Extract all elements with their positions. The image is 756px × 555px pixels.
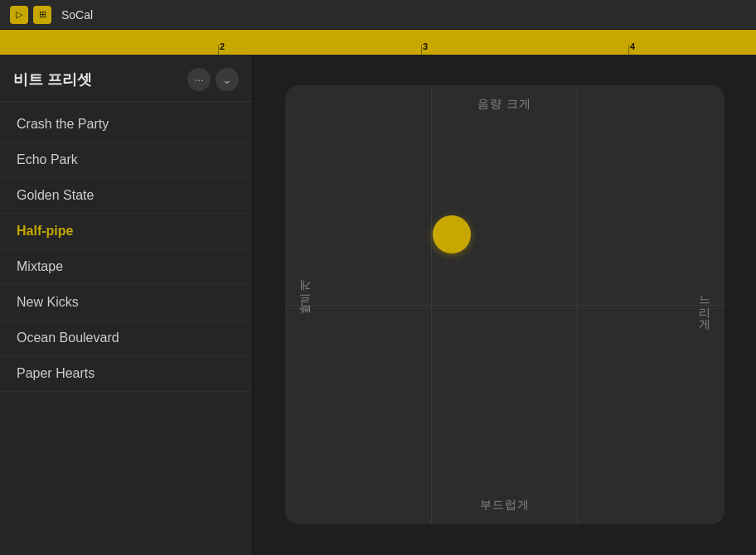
titlebar: ▷ ⊞ SoCal: [0, 0, 756, 30]
sidebar-header: 비트 프리셋 ··· ⌄: [0, 55, 252, 102]
preset-item-crash-the-party[interactable]: Crash the Party: [0, 107, 252, 142]
xy-label-bottom: 부드럽게: [480, 498, 530, 513]
xy-label-right: 느리게: [698, 287, 713, 322]
ruler-mark-2: 2: [220, 41, 225, 51]
ruler-mark-4: 4: [630, 41, 635, 51]
chevron-down-icon: ⌄: [222, 73, 232, 86]
sidebar-controls: ··· ⌄: [187, 68, 239, 91]
xy-pad[interactable]: 음량 크게 부드럽게 빠르게 느리게: [285, 85, 724, 524]
main-content: 비트 프리셋 ··· ⌄ Crash the PartyEcho ParkGol…: [0, 55, 756, 555]
titlebar-title: SoCal: [61, 8, 93, 22]
preset-item-new-kicks[interactable]: New Kicks: [0, 285, 252, 321]
preset-item-paper-hearts[interactable]: Paper Hearts: [0, 356, 252, 392]
grid-icon[interactable]: ⊞: [33, 6, 51, 24]
xy-label-top: 음량 크게: [477, 97, 531, 112]
preset-item-golden-state[interactable]: Golden State: [0, 178, 252, 214]
preset-list: Crash the PartyEcho ParkGolden StateHalf…: [0, 102, 252, 555]
chevron-button[interactable]: ⌄: [216, 68, 239, 91]
preset-item-mixtape[interactable]: Mixtape: [0, 249, 252, 285]
xy-label-left: 빠르게: [297, 287, 312, 322]
play-icon[interactable]: ▷: [10, 6, 28, 24]
preset-item-echo-park[interactable]: Echo Park: [0, 142, 252, 178]
sidebar: 비트 프리셋 ··· ⌄ Crash the PartyEcho ParkGol…: [0, 55, 253, 555]
xy-area: 음량 크게 부드럽게 빠르게 느리게: [253, 55, 756, 555]
ruler: 2 3 4: [0, 30, 756, 55]
preset-item-ocean-boulevard[interactable]: Ocean Boulevard: [0, 321, 252, 356]
more-icon: ···: [194, 73, 204, 86]
titlebar-icons: ▷ ⊞: [10, 6, 51, 24]
sidebar-title: 비트 프리셋: [13, 70, 92, 89]
xy-divider-h: [285, 305, 724, 306]
preset-item-half-pipe[interactable]: Half-pipe: [0, 214, 252, 249]
ruler-mark-3: 3: [423, 41, 428, 51]
xy-dot[interactable]: [433, 215, 471, 253]
more-button[interactable]: ···: [187, 68, 211, 91]
